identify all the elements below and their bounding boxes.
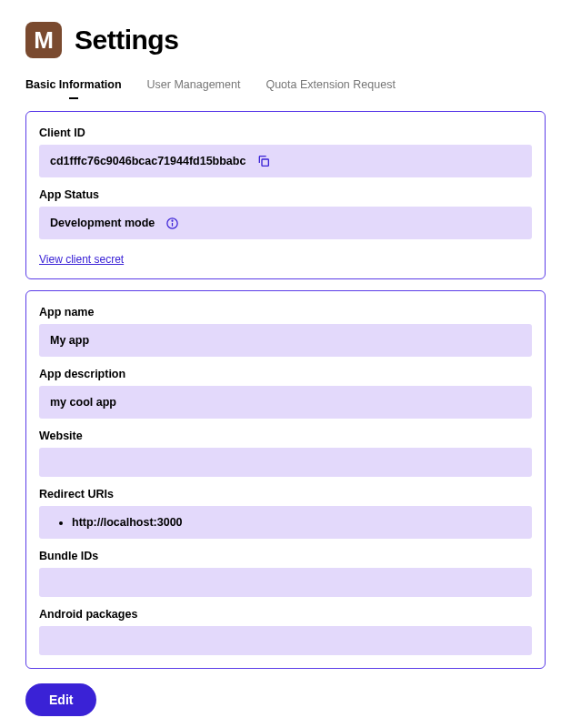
edit-button[interactable]: Edit [25, 683, 96, 716]
app-description-label: App description [39, 368, 532, 380]
app-status-label: App Status [39, 188, 532, 201]
redirect-uris-value-box: http://localhost:3000 [39, 506, 532, 539]
website-value-box [39, 448, 532, 477]
info-icon[interactable] [165, 217, 179, 230]
client-id-label: Client ID [39, 126, 532, 139]
copy-icon[interactable] [256, 154, 271, 168]
app-description-value-box: my cool app [39, 386, 532, 419]
panel-client-status: Client ID cd1fffc76c9046bcac71944fd15bba… [25, 111, 546, 279]
app-status-value: Development mode [50, 217, 155, 229]
app-status-value-box: Development mode [39, 207, 532, 239]
app-name-label: App name [39, 306, 532, 318]
redirect-uris-label: Redirect URIs [39, 488, 532, 500]
redirect-uri-list: http://localhost:3000 [50, 516, 183, 529]
tab-user-management[interactable]: User Management [147, 78, 241, 98]
tabs: Basic Information User Management Quota … [25, 78, 546, 98]
app-icon: M [25, 22, 62, 58]
panel-app-details: App name My app App description my cool … [25, 290, 546, 669]
tab-quota-extension[interactable]: Quota Extension Request [265, 78, 395, 98]
bundle-ids-label: Bundle IDs [39, 550, 532, 562]
svg-rect-0 [262, 159, 268, 166]
client-id-value: cd1fffc76c9046bcac71944fd15bbabc [50, 155, 245, 167]
android-packages-value-box [39, 626, 532, 655]
bundle-ids-value-box [39, 568, 532, 597]
android-packages-label: Android packages [39, 608, 532, 621]
page-title: Settings [75, 25, 178, 56]
client-id-value-box: cd1fffc76c9046bcac71944fd15bbabc [39, 145, 532, 177]
page-header: M Settings [25, 22, 546, 58]
app-name-value: My app [50, 334, 89, 347]
app-name-value-box: My app [39, 324, 532, 357]
website-label: Website [39, 430, 532, 442]
view-client-secret-link[interactable]: View client secret [39, 253, 124, 266]
redirect-uri-item: http://localhost:3000 [72, 516, 183, 529]
tab-basic-information[interactable]: Basic Information [25, 78, 122, 98]
app-description-value: my cool app [50, 396, 116, 409]
svg-point-3 [172, 220, 173, 221]
